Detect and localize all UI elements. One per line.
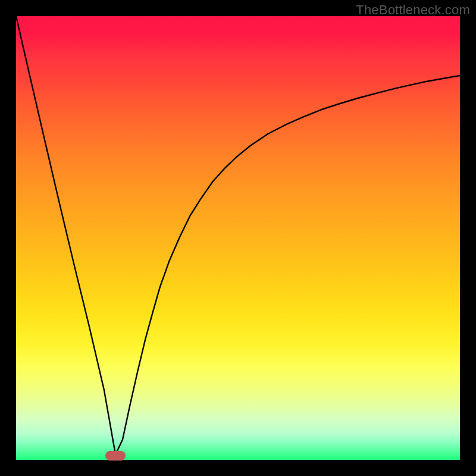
chart-frame: TheBottleneck.com — [0, 0, 476, 476]
curve-path — [16, 16, 460, 455]
chart-plot-area — [16, 16, 460, 460]
minimum-marker — [105, 451, 126, 461]
bottleneck-curve — [16, 16, 460, 460]
watermark-text: TheBottleneck.com — [356, 2, 470, 18]
